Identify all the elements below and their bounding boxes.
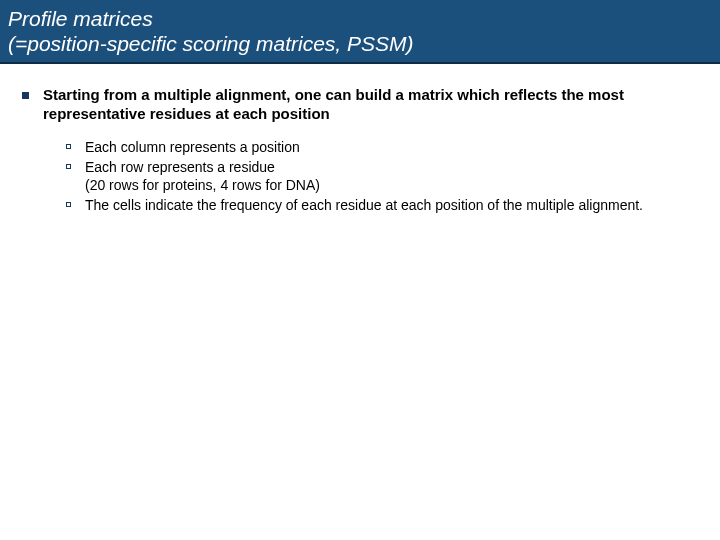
bullet-level2: The cells indicate the frequency of each…	[66, 196, 698, 214]
title-line-2: (=position-specific scoring matrices, PS…	[8, 31, 712, 56]
bullet-level2: Each row represents a residue(20 rows fo…	[66, 158, 698, 194]
level2-text: Each column represents a position	[85, 138, 300, 156]
level1-text: Starting from a multiple alignment, one …	[43, 86, 698, 124]
bullet-level2: Each column represents a position	[66, 138, 698, 156]
title-line-1: Profile matrices	[8, 6, 712, 31]
square-bullet-icon	[22, 92, 29, 99]
level2-text: The cells indicate the frequency of each…	[85, 196, 643, 214]
hollow-square-bullet-icon	[66, 164, 71, 169]
slide-body: Starting from a multiple alignment, one …	[0, 64, 720, 214]
slide-header: Profile matrices (=position-specific sco…	[0, 0, 720, 64]
level2-text: Each row represents a residue(20 rows fo…	[85, 158, 320, 194]
bullet-level1: Starting from a multiple alignment, one …	[22, 86, 698, 124]
hollow-square-bullet-icon	[66, 144, 71, 149]
sub-bullet-list: Each column represents a position Each r…	[66, 138, 698, 215]
hollow-square-bullet-icon	[66, 202, 71, 207]
